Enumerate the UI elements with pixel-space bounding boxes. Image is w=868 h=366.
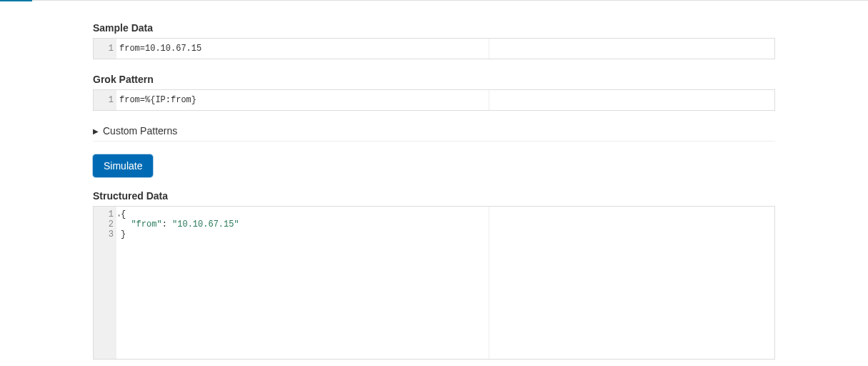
structured-data-content[interactable]: { "from": "10.10.67.15" } — [116, 207, 774, 359]
json-key-from: "from" — [131, 219, 161, 229]
custom-patterns-label: Custom Patterns — [103, 125, 177, 137]
main-container: Sample Data 1 from=10.10.67.15 Grok Patt… — [0, 1, 868, 360]
json-value-from: "10.10.67.15" — [172, 219, 239, 229]
json-colon: : — [162, 219, 172, 229]
structured-data-gutter: 1▾ 2 3 — [94, 207, 116, 359]
simulate-button-label: Simulate — [104, 160, 142, 172]
grok-pattern-gutter: 1 — [94, 90, 116, 110]
grok-pattern-editor[interactable]: 1 from=%{IP:from} — [93, 89, 775, 111]
editor-split-line — [489, 90, 489, 110]
page-top-border — [0, 0, 868, 1]
custom-patterns-toggle[interactable]: ▶ Custom Patterns — [93, 125, 775, 142]
simulate-button[interactable]: Simulate — [93, 154, 153, 177]
sample-data-editor[interactable]: 1 from=10.10.67.15 — [93, 38, 775, 59]
grok-pattern-content[interactable]: from=%{IP:from} — [116, 90, 774, 110]
sample-data-label: Sample Data — [93, 22, 775, 34]
structured-data-label: Structured Data — [93, 190, 775, 202]
editor-split-line — [489, 39, 489, 59]
fold-arrow-icon: ▾ — [117, 211, 121, 221]
sample-data-gutter: 1 — [94, 39, 116, 59]
grok-pattern-label: Grok Pattern — [93, 74, 775, 85]
output-split-line — [489, 207, 489, 359]
caret-right-icon: ▶ — [93, 127, 99, 135]
structured-data-output[interactable]: 1▾ 2 3 { "from": "10.10.67.15" } — [93, 206, 775, 360]
json-close-brace: } — [121, 229, 126, 239]
sample-data-content[interactable]: from=10.10.67.15 — [116, 39, 774, 59]
json-open-brace: { — [121, 209, 126, 219]
